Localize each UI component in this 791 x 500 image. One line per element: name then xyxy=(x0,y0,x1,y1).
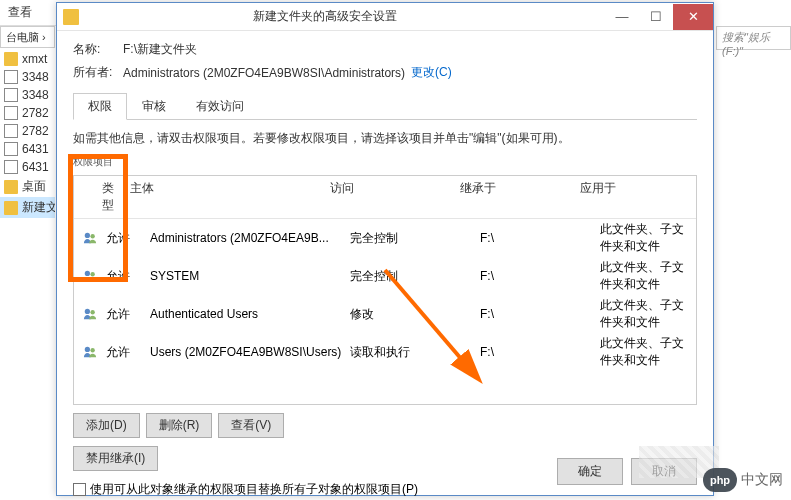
titlebar: 新建文件夹的高级安全设置 — ☐ ✕ xyxy=(57,3,713,31)
sidebar-item-label: 2782 xyxy=(22,106,49,120)
add-button[interactable]: 添加(D) xyxy=(73,413,140,438)
change-owner-link[interactable]: 更改(C) xyxy=(411,64,452,81)
users-icon xyxy=(80,268,100,284)
tab-audit[interactable]: 审核 xyxy=(127,93,181,120)
cell-applies: 此文件夹、子文件夹和文件 xyxy=(600,335,690,369)
cell-applies: 此文件夹、子文件夹和文件 xyxy=(600,297,690,331)
replace-children-label: 使用可从此对象继承的权限项目替换所有子对象的权限项目(P) xyxy=(90,481,418,498)
col-inherited[interactable]: 继承于 xyxy=(454,176,574,218)
hint-text: 如需其他信息，请双击权限项目。若要修改权限项目，请选择该项目并单击"编辑"(如果… xyxy=(73,130,697,147)
permission-row[interactable]: 允许Administrators (2M0ZFO4EA9B...完全控制F:\此… xyxy=(74,219,696,257)
sidebar-item-label: 3348 xyxy=(22,70,49,84)
tabs: 权限 审核 有效访问 xyxy=(73,93,697,120)
cell-inherited: F:\ xyxy=(480,269,600,283)
file-icon xyxy=(4,124,18,138)
folder-icon xyxy=(4,180,18,194)
file-icon xyxy=(4,142,18,156)
cell-inherited: F:\ xyxy=(480,345,600,359)
sidebar-item[interactable]: 3348 xyxy=(0,86,55,104)
cell-principal: Administrators (2M0ZFO4EA9B... xyxy=(150,231,350,245)
disable-inherit-button[interactable]: 禁用继承(I) xyxy=(73,446,158,471)
col-type[interactable]: 类型 xyxy=(74,176,124,218)
cell-applies: 此文件夹、子文件夹和文件 xyxy=(600,259,690,293)
sidebar-item-label: xmxt xyxy=(22,52,47,66)
cell-principal: Authenticated Users xyxy=(150,307,350,321)
svg-point-4 xyxy=(85,309,90,314)
sidebar-item[interactable]: 桌面 xyxy=(0,176,55,197)
folder-icon xyxy=(4,201,18,215)
permission-row[interactable]: 允许SYSTEM完全控制F:\此文件夹、子文件夹和文件 xyxy=(74,257,696,295)
name-label: 名称: xyxy=(73,41,123,58)
sidebar-item-label: 6431 xyxy=(22,160,49,174)
col-applies[interactable]: 应用于 xyxy=(574,176,696,218)
users-icon xyxy=(80,344,100,360)
permission-list: 类型 主体 访问 继承于 应用于 允许Administrators (2M0ZF… xyxy=(73,175,697,405)
cell-access: 修改 xyxy=(350,306,480,323)
permission-row[interactable]: 允许Users (2M0ZFO4EA9BW8SI\Users)读取和执行F:\此… xyxy=(74,333,696,371)
tab-effective[interactable]: 有效访问 xyxy=(181,93,259,120)
list-label: 权限项目 xyxy=(73,155,697,169)
php-logo-icon: php xyxy=(703,468,737,492)
watermark: php 中文网 xyxy=(703,468,783,492)
svg-point-7 xyxy=(90,348,94,352)
file-icon xyxy=(4,160,18,174)
ok-button[interactable]: 确定 xyxy=(557,458,623,485)
svg-point-6 xyxy=(85,347,90,352)
sidebar-item-label: 新建文 xyxy=(22,199,55,216)
close-button[interactable]: ✕ xyxy=(673,4,713,30)
sidebar-item[interactable]: 6431 xyxy=(0,140,55,158)
folder-icon xyxy=(4,52,18,66)
maximize-button[interactable]: ☐ xyxy=(639,4,673,30)
svg-point-5 xyxy=(90,310,94,314)
replace-children-checkbox[interactable] xyxy=(73,483,86,496)
advanced-security-dialog: 新建文件夹的高级安全设置 — ☐ ✕ 名称: F:\新建文件夹 所有者: Adm… xyxy=(56,2,714,496)
sidebar-item-label: 6431 xyxy=(22,142,49,156)
col-principal[interactable]: 主体 xyxy=(124,176,324,218)
cell-type: 允许 xyxy=(100,268,150,285)
cell-access: 完全控制 xyxy=(350,230,480,247)
owner-label: 所有者: xyxy=(73,64,123,81)
cell-type: 允许 xyxy=(100,306,150,323)
sidebar-item[interactable]: xmxt xyxy=(0,50,55,68)
file-icon xyxy=(4,88,18,102)
tab-permissions[interactable]: 权限 xyxy=(73,93,127,120)
cell-type: 允许 xyxy=(100,230,150,247)
breadcrumb[interactable]: 台电脑 › xyxy=(0,26,55,48)
sidebar-item-label: 桌面 xyxy=(22,178,46,195)
cell-type: 允许 xyxy=(100,344,150,361)
svg-point-1 xyxy=(90,234,94,238)
sidebar-item[interactable]: 3348 xyxy=(0,68,55,86)
col-access[interactable]: 访问 xyxy=(324,176,454,218)
users-icon xyxy=(80,306,100,322)
cell-principal: Users (2M0ZFO4EA9BW8SI\Users) xyxy=(150,345,350,359)
cell-inherited: F:\ xyxy=(480,231,600,245)
svg-point-2 xyxy=(85,271,90,276)
cell-inherited: F:\ xyxy=(480,307,600,321)
name-value: F:\新建文件夹 xyxy=(123,41,197,58)
minimize-button[interactable]: — xyxy=(605,4,639,30)
dialog-title: 新建文件夹的高级安全设置 xyxy=(45,8,605,25)
cell-access: 读取和执行 xyxy=(350,344,480,361)
watermark-text: 中文网 xyxy=(741,471,783,489)
file-icon xyxy=(4,70,18,84)
search-input[interactable]: 搜索"娱乐 (F:)" xyxy=(716,26,791,50)
cell-applies: 此文件夹、子文件夹和文件 xyxy=(600,221,690,255)
svg-point-0 xyxy=(85,233,90,238)
owner-value: Administrators (2M0ZFO4EA9BW8SI\Administ… xyxy=(123,66,405,80)
sidebar-item[interactable]: 2782 xyxy=(0,122,55,140)
file-icon xyxy=(4,106,18,120)
cell-access: 完全控制 xyxy=(350,268,480,285)
view-button[interactable]: 查看(V) xyxy=(218,413,284,438)
sidebar-item[interactable]: 新建文 xyxy=(0,197,55,218)
cell-principal: SYSTEM xyxy=(150,269,350,283)
sidebar-item[interactable]: 6431 xyxy=(0,158,55,176)
sidebar-item-label: 2782 xyxy=(22,124,49,138)
svg-point-3 xyxy=(90,272,94,276)
remove-button[interactable]: 删除(R) xyxy=(146,413,213,438)
sidebar-item-label: 3348 xyxy=(22,88,49,102)
permission-row[interactable]: 允许Authenticated Users修改F:\此文件夹、子文件夹和文件 xyxy=(74,295,696,333)
users-icon xyxy=(80,230,100,246)
sidebar-item[interactable]: 2782 xyxy=(0,104,55,122)
explorer-sidebar: xmxt334833482782278264316431桌面新建文 xyxy=(0,50,55,470)
